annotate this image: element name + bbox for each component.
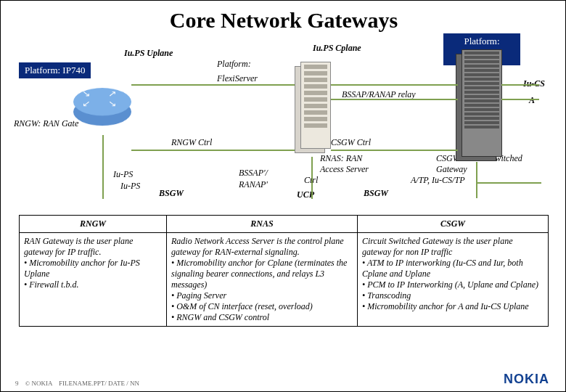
a-label: A <box>529 95 535 106</box>
rngw-ctrl-label: RNGW Ctrl <box>171 137 212 148</box>
connector <box>102 135 104 199</box>
platform-mid-label: Platform: <box>217 59 251 70</box>
iu-ps-cplane-label: Iu.PS Cplane <box>313 43 361 54</box>
iu-ps-1: Iu-PS <box>113 169 133 180</box>
rnas-label: RNAS: RAN Access Server <box>320 153 385 175</box>
footer: 9 © NOKIA FILENAME.PPT/ DATE / NN <box>15 380 139 387</box>
platform-right-label: Platform: <box>443 33 520 49</box>
cell-rngw: RAN Gateway is the user plane gateway fo… <box>20 233 167 327</box>
cell-csgw: Circuit Switched Gateway is the user pla… <box>358 233 549 327</box>
bsgw-2: BSGW <box>364 188 388 199</box>
connector <box>501 84 539 86</box>
bsgw-1: BSGW <box>159 188 184 199</box>
flexiserver-icon <box>295 66 329 153</box>
page-title: Core Network Gateways <box>1 8 566 33</box>
connector <box>476 162 477 198</box>
flexiserver-label: FlexiServer <box>217 73 258 84</box>
bssap-prime: BSSAP'/ <box>239 168 268 179</box>
connector <box>331 84 458 86</box>
csgw-ctrl-label: CSGW Ctrl <box>331 137 371 148</box>
connector <box>331 150 458 151</box>
iu-ps-uplane-label: Iu.PS Uplane <box>124 48 173 59</box>
th-csgw: CSGW <box>358 216 549 233</box>
platform-ip740-box: Platform: IP740 <box>19 62 91 78</box>
rngw-ran-gate-label: RNGW: RAN Gate <box>14 118 78 129</box>
connector <box>131 84 295 86</box>
router-icon: ↘ ↗ ↙ ↘ <box>73 98 131 126</box>
connector <box>501 99 539 100</box>
nokia-logo: NOKIA <box>504 372 549 387</box>
atp-label: A/TP, Iu-CS/TP <box>411 175 464 186</box>
ranap-prime: RANAP' <box>239 179 268 190</box>
connector <box>331 99 458 100</box>
ipa2800-rack-icon <box>456 54 501 161</box>
connector <box>476 182 541 184</box>
th-rngw: RNGW <box>20 216 167 233</box>
th-rnas: RNAS <box>167 216 358 233</box>
connector <box>131 150 295 151</box>
connector <box>311 157 313 199</box>
cell-rnas: Radio Network Access Server is the contr… <box>167 233 358 327</box>
iu-ps-2: Iu-PS <box>120 181 140 192</box>
gateway-table: RNGW RNAS CSGW RAN Gateway is the user p… <box>19 215 549 327</box>
